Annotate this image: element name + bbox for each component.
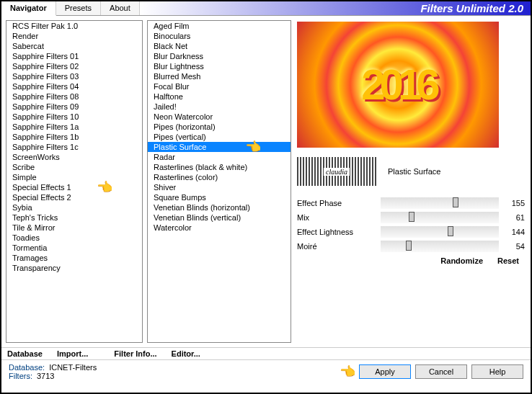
slider-label: Moiré xyxy=(297,242,376,251)
editor-button[interactable]: Editor... xyxy=(172,349,200,358)
filter-item[interactable]: Plastic Surface👉 xyxy=(148,142,291,152)
slider-panel: Effect Phase155Mix61Effect Lightness144M… xyxy=(297,196,525,254)
slider-value: 61 xyxy=(503,213,525,222)
footer-db-key: Database: xyxy=(9,363,45,372)
category-item[interactable]: Render xyxy=(6,31,142,41)
filter-item[interactable]: Venetian Blinds (vertical) xyxy=(148,212,291,223)
filter-item[interactable]: Halftone xyxy=(148,91,291,102)
app-title: Filters Unlimited 2.0 xyxy=(140,1,531,15)
slider-label: Effect Lightness xyxy=(297,228,376,236)
randomize-button[interactable]: Randomize xyxy=(440,256,483,265)
filter-info-button[interactable]: Filter Info... xyxy=(114,349,156,358)
reset-button[interactable]: Reset xyxy=(497,256,519,265)
filter-item[interactable]: Blur Lightness xyxy=(148,61,291,71)
category-item[interactable]: Sybia xyxy=(6,202,142,212)
filter-list[interactable]: Aged FilmBinocularsBlack NetBlur Darknes… xyxy=(147,20,291,343)
filter-item[interactable]: Watercolor xyxy=(148,223,291,233)
pointer-icon: 👉 xyxy=(340,364,356,380)
category-item[interactable]: Special Effects 1👉 xyxy=(6,182,142,192)
cancel-button[interactable]: Cancel xyxy=(415,364,467,379)
category-item[interactable]: Sapphire Filters 10 xyxy=(6,112,142,122)
footer-filters-key: Filters: xyxy=(9,372,32,380)
slider-track[interactable] xyxy=(381,241,499,252)
filter-item[interactable]: Blurred Mesh xyxy=(148,71,291,81)
category-item[interactable]: Sapphire Filters 09 xyxy=(6,102,142,112)
category-list[interactable]: RCS Filter Pak 1.0RenderSabercatSapphire… xyxy=(6,20,143,343)
import-button[interactable]: Import... xyxy=(57,349,88,358)
slider-value: 144 xyxy=(503,228,525,236)
filter-item[interactable]: Jailed! xyxy=(148,102,291,112)
category-item[interactable]: Sapphire Filters 1c xyxy=(6,142,142,152)
category-item[interactable]: Sapphire Filters 01 xyxy=(6,51,142,61)
tab-presets[interactable]: Presets xyxy=(56,1,101,15)
filter-item[interactable]: Binoculars xyxy=(148,31,291,41)
preview-image: 2016 xyxy=(297,22,499,148)
slider-track[interactable] xyxy=(381,197,499,209)
category-item[interactable]: Sapphire Filters 1b xyxy=(6,132,142,142)
category-item[interactable]: Special Effects 2 xyxy=(6,192,142,202)
filter-item[interactable]: Focal Blur xyxy=(148,81,291,91)
slider-value: 155 xyxy=(503,199,525,207)
tab-about[interactable]: About xyxy=(101,1,140,15)
tab-navigator[interactable]: Navigator xyxy=(1,1,56,16)
filter-item[interactable]: Radar xyxy=(148,152,291,162)
filter-item[interactable]: Neon Watercolor xyxy=(148,112,291,122)
footer-filters-val: 3713 xyxy=(37,372,54,380)
category-item[interactable]: RCS Filter Pak 1.0 xyxy=(6,21,142,31)
category-item[interactable]: Simple xyxy=(6,172,142,182)
filter-item[interactable]: Pipes (horizontal) xyxy=(148,122,291,132)
author-logo xyxy=(297,157,376,186)
help-button[interactable]: Help xyxy=(471,364,523,379)
category-item[interactable]: Sapphire Filters 03 xyxy=(6,71,142,81)
category-item[interactable]: Sabercat xyxy=(6,41,142,51)
category-item[interactable]: Tramages xyxy=(6,253,142,263)
current-filter-name: Plastic Surface xyxy=(384,167,525,176)
category-item[interactable]: Teph's Tricks xyxy=(6,212,142,223)
filter-item[interactable]: Black Net xyxy=(148,41,291,51)
slider-track[interactable] xyxy=(381,212,499,223)
category-item[interactable]: Sapphire Filters 08 xyxy=(6,91,142,102)
apply-button[interactable]: Apply xyxy=(359,364,411,379)
slider-label: Effect Phase xyxy=(297,199,376,207)
category-item[interactable]: ScreenWorks xyxy=(6,152,142,162)
filter-item[interactable]: Rasterlines (black & white) xyxy=(148,162,291,172)
category-item[interactable]: Scribe xyxy=(6,162,142,172)
slider-label: Mix xyxy=(297,213,376,222)
category-item[interactable]: Sapphire Filters 04 xyxy=(6,81,142,91)
database-button[interactable]: Database xyxy=(7,349,43,358)
category-item[interactable]: Transparency xyxy=(6,263,142,273)
filter-item[interactable]: Shiver xyxy=(148,182,291,192)
category-item[interactable]: Sapphire Filters 1a xyxy=(6,122,142,132)
filter-item[interactable]: Venetian Blinds (horizontal) xyxy=(148,202,291,212)
slider-track[interactable] xyxy=(381,226,499,238)
filter-item[interactable]: Rasterlines (color) xyxy=(148,172,291,182)
category-item[interactable]: Tormentia xyxy=(6,243,142,253)
filter-item[interactable]: Blur Darkness xyxy=(148,51,291,61)
category-item[interactable]: Sapphire Filters 02 xyxy=(6,61,142,71)
filter-item[interactable]: Pipes (vertical) xyxy=(148,132,291,142)
category-item[interactable]: Tile & Mirror xyxy=(6,223,142,233)
filter-item[interactable]: Aged Film xyxy=(148,21,291,31)
category-item[interactable]: Toadies xyxy=(6,233,142,243)
footer-db-val: ICNET-Filters xyxy=(49,363,97,372)
filter-item[interactable]: Square Bumps xyxy=(148,192,291,202)
slider-value: 54 xyxy=(503,242,525,251)
preview-text: 2016 xyxy=(361,60,434,109)
